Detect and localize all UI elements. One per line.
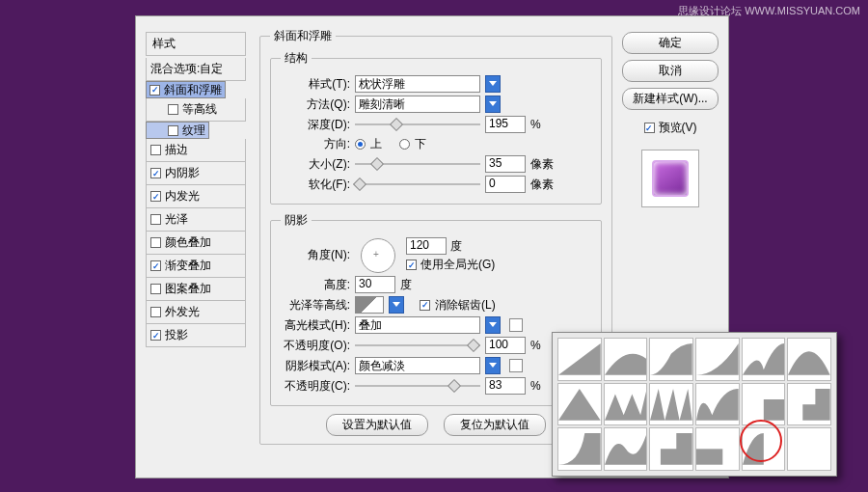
checkbox-icon[interactable]: [168, 125, 178, 136]
preview-swatch: [641, 150, 699, 207]
reset-default-button[interactable]: 复位为默认值: [444, 414, 546, 436]
shadow-mode-select[interactable]: 颜色减淡: [355, 357, 480, 374]
depth-slider[interactable]: [355, 118, 480, 131]
dropdown-icon[interactable]: [485, 75, 501, 93]
contour-option[interactable]: [649, 427, 693, 471]
antialias-checkbox[interactable]: [420, 300, 430, 311]
dropdown-icon[interactable]: [485, 357, 501, 374]
style-select[interactable]: 枕状浮雕: [355, 75, 480, 93]
sidebar-item-texture[interactable]: 纹理: [146, 122, 209, 139]
angle-input[interactable]: 120: [406, 237, 447, 255]
checkbox-icon[interactable]: [150, 237, 161, 248]
ok-button[interactable]: 确定: [622, 32, 719, 54]
checkbox-icon[interactable]: [150, 307, 161, 317]
highlight-opacity-input[interactable]: 100: [485, 337, 526, 354]
technique-select[interactable]: 雕刻清晰: [355, 96, 480, 113]
size-slider[interactable]: [355, 157, 480, 171]
dropdown-icon[interactable]: [389, 296, 404, 314]
gloss-contour-picker[interactable]: [355, 296, 384, 314]
dropdown-icon[interactable]: [485, 96, 501, 113]
checkbox-icon[interactable]: [149, 85, 160, 96]
size-input[interactable]: 35: [485, 155, 526, 173]
sidebar-item-gradientoverlay[interactable]: 渐变叠加: [146, 255, 246, 278]
soften-input[interactable]: 0: [485, 176, 526, 193]
global-light-checkbox[interactable]: [406, 260, 417, 270]
contour-option[interactable]: [695, 338, 740, 381]
checkbox-icon[interactable]: [150, 145, 161, 155]
contour-option[interactable]: [557, 427, 602, 471]
style-sidebar: 样式 混合选项:自定 斜面和浮雕 等高线 纹理 描边 内阴影 内发光 光泽 颜色…: [146, 32, 246, 478]
shadow-opacity-slider[interactable]: [355, 379, 480, 393]
altitude-input[interactable]: 30: [355, 276, 395, 293]
angle-dial[interactable]: [361, 238, 395, 273]
checkbox-icon[interactable]: [150, 214, 161, 225]
sidebar-item-outerglow[interactable]: 外发光: [146, 301, 246, 324]
blend-options[interactable]: 混合选项:自定: [146, 58, 246, 81]
direction-down-radio[interactable]: [399, 139, 410, 150]
contour-option[interactable]: [557, 383, 602, 426]
contour-option[interactable]: [787, 427, 831, 471]
contour-option[interactable]: [787, 383, 831, 426]
sidebar-item-dropshadow[interactable]: 投影: [146, 324, 246, 347]
preview-checkbox[interactable]: [644, 123, 655, 133]
sidebar-item-satin[interactable]: 光泽: [146, 208, 246, 232]
sidebar-item-innerglow[interactable]: 内发光: [146, 185, 246, 208]
highlight-mode-select[interactable]: 叠加: [355, 316, 480, 334]
dropdown-icon[interactable]: [485, 316, 501, 334]
contour-option[interactable]: [742, 338, 786, 381]
sidebar-item-innershadow[interactable]: 内阴影: [146, 162, 246, 185]
sidebar-item-bevel[interactable]: 斜面和浮雕: [146, 81, 226, 98]
sidebar-item-patternoverlay[interactable]: 图案叠加: [146, 278, 246, 301]
checkbox-icon[interactable]: [150, 191, 161, 202]
contour-picker-popover: [552, 332, 837, 477]
contour-option[interactable]: [649, 338, 693, 381]
contour-option[interactable]: [787, 338, 831, 381]
highlight-color-swatch[interactable]: [509, 318, 523, 332]
soften-slider[interactable]: [355, 178, 480, 191]
sidebar-header: 样式: [146, 32, 246, 56]
sidebar-item-stroke[interactable]: 描边: [146, 139, 246, 162]
structure-group: 结构 样式(T):枕状浮雕 方法(Q):雕刻清晰 深度(D):195% 方向:上…: [270, 50, 602, 205]
contour-option[interactable]: [557, 338, 602, 381]
make-default-button[interactable]: 设置为默认值: [326, 414, 428, 436]
checkbox-icon[interactable]: [150, 168, 161, 178]
checkbox-icon[interactable]: [168, 104, 178, 115]
contour-option[interactable]: [604, 338, 648, 381]
checkbox-icon[interactable]: [150, 284, 161, 294]
cancel-button[interactable]: 取消: [622, 60, 719, 82]
shadow-color-swatch[interactable]: [509, 359, 523, 372]
sidebar-item-coloroverlay[interactable]: 颜色叠加: [146, 232, 246, 255]
contour-option[interactable]: [604, 427, 648, 471]
contour-option[interactable]: [604, 383, 648, 426]
highlight-opacity-slider[interactable]: [355, 339, 480, 352]
new-style-button[interactable]: 新建样式(W)...: [622, 88, 719, 110]
contour-option[interactable]: [695, 427, 740, 471]
depth-input[interactable]: 195: [485, 116, 526, 133]
shadow-opacity-input[interactable]: 83: [485, 377, 526, 395]
panel-title: 斜面和浮雕: [270, 28, 336, 44]
sidebar-item-contour[interactable]: 等高线: [146, 98, 246, 122]
direction-up-radio[interactable]: [355, 139, 366, 150]
checkbox-icon[interactable]: [150, 260, 161, 271]
contour-option[interactable]: [695, 383, 740, 426]
contour-option[interactable]: [649, 383, 693, 426]
highlight-circle-icon: [740, 420, 782, 462]
checkbox-icon[interactable]: [150, 330, 161, 341]
